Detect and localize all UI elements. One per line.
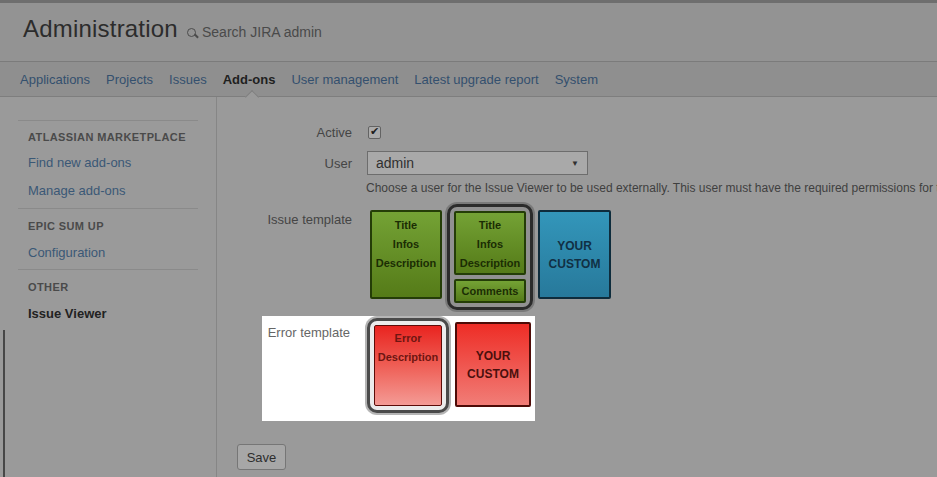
- chevron-down-icon: ▼: [571, 159, 579, 168]
- tab-latest-upgrade-report[interactable]: Latest upgrade report: [414, 72, 538, 87]
- tab-user-management[interactable]: User management: [291, 72, 398, 87]
- issue-template-comments-top: Title Infos Description: [454, 211, 526, 275]
- sidebar-divider: [216, 97, 217, 477]
- tab-applications[interactable]: Applications: [20, 72, 90, 87]
- sidebar-item-issue-viewer[interactable]: Issue Viewer: [28, 306, 107, 321]
- sidebar-heading-epic-sum-up: EPIC SUM UP: [28, 220, 104, 232]
- error-template-option-default-selected[interactable]: Error Description: [367, 318, 449, 413]
- user-label: User: [200, 156, 352, 171]
- issue-template-label: Issue template: [200, 212, 352, 227]
- search-icon: [187, 28, 196, 37]
- sidebar-item-find-new-add-ons[interactable]: Find new add-ons: [28, 155, 131, 170]
- issue-template-option-comments-selected[interactable]: Title Infos Description Comments: [447, 204, 533, 310]
- sidebar-heading-marketplace: ATLASSIAN MARKETPLACE: [28, 131, 186, 143]
- sidebar-rule: [18, 208, 198, 209]
- admin-search: [187, 22, 387, 42]
- user-select[interactable]: admin ▼: [367, 151, 588, 175]
- page-title: Administration: [23, 15, 178, 43]
- window-left-edge-bottom: [3, 330, 5, 477]
- user-select-value: admin: [376, 155, 414, 171]
- issue-template-option-custom[interactable]: YOUR CUSTOM: [538, 210, 611, 299]
- save-button[interactable]: Save: [237, 444, 286, 470]
- issue-template-option-default[interactable]: Title Infos Description: [370, 210, 442, 299]
- active-checkbox[interactable]: [368, 126, 381, 139]
- error-template-default-box: Error Description: [374, 325, 442, 406]
- active-label: Active: [200, 125, 352, 140]
- sidebar-rule: [18, 120, 198, 121]
- tab-add-ons[interactable]: Add-ons: [223, 72, 276, 87]
- sidebar-item-manage-add-ons[interactable]: Manage add-ons: [28, 183, 126, 198]
- sidebar-heading-other: OTHER: [28, 281, 69, 293]
- error-template-label: Error template: [200, 325, 350, 340]
- search-input[interactable]: [202, 24, 372, 40]
- user-help-text: Choose a user for the Issue Viewer to be…: [366, 181, 937, 195]
- tab-issues[interactable]: Issues: [169, 72, 207, 87]
- admin-nav: Applications Projects Issues Add-ons Use…: [0, 61, 937, 97]
- issue-template-comments-section: Comments: [454, 279, 526, 303]
- tab-projects[interactable]: Projects: [106, 72, 153, 87]
- tab-system[interactable]: System: [555, 72, 598, 87]
- error-template-option-custom[interactable]: YOUR CUSTOM: [455, 322, 531, 407]
- sidebar-rule: [18, 269, 198, 270]
- sidebar-item-configuration[interactable]: Configuration: [28, 245, 105, 260]
